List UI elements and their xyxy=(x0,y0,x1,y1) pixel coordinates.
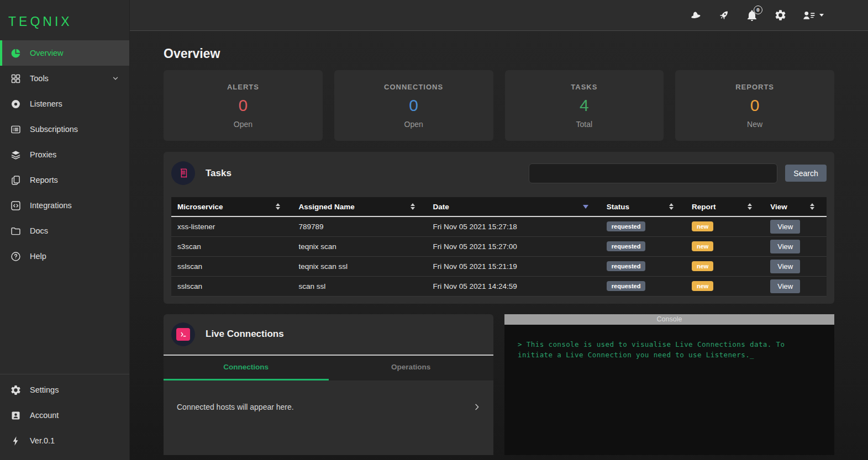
version-label: Ver.0.1 xyxy=(30,436,55,445)
live-connections-tabs: Connections Operations xyxy=(164,356,493,380)
stat-card-reports[interactable]: REPORTS 0 New xyxy=(675,70,834,141)
lightning-bolt-icon xyxy=(10,435,22,447)
tasks-panel-header: Tasks Search xyxy=(171,161,827,185)
stat-sublabel: Open xyxy=(404,120,423,129)
live-connections-header: Live Connections xyxy=(164,314,493,356)
sidebar-item-reports[interactable]: Reports xyxy=(0,167,129,193)
sort-icon[interactable] xyxy=(411,203,415,210)
code-brackets-icon xyxy=(10,200,22,212)
sort-icon[interactable] xyxy=(276,203,280,210)
stat-cards: ALERTS 0 Open CONNECTIONS 0 Open TASKS 4… xyxy=(164,70,834,141)
column-header-status[interactable]: Status xyxy=(601,197,686,216)
view-button[interactable]: View xyxy=(770,279,800,293)
sidebar-item-label: Tools xyxy=(30,74,49,83)
sidebar-item-account[interactable]: Account xyxy=(0,403,129,428)
stat-label: REPORTS xyxy=(735,83,774,91)
stat-label: ALERTS xyxy=(227,83,259,91)
stat-card-connections[interactable]: CONNECTIONS 0 Open xyxy=(334,70,493,141)
sidebar-item-listeners[interactable]: Listeners xyxy=(0,91,129,117)
column-header-microservice[interactable]: Microservice xyxy=(171,197,292,216)
stat-value: 0 xyxy=(239,96,248,115)
live-connections-title: Live Connections xyxy=(206,329,284,340)
table-row: xss-listener 789789 Fri Nov 05 2021 15:2… xyxy=(171,216,827,236)
cell-date: Fri Nov 05 2021 15:27:18 xyxy=(427,216,601,236)
connected-hosts-empty-row[interactable]: Connected hosts will appear here. xyxy=(164,380,493,411)
stat-sublabel: Total xyxy=(576,120,593,129)
sidebar-item-tools[interactable]: Tools xyxy=(0,66,129,91)
hat-icon[interactable] xyxy=(689,9,702,22)
sidebar-item-help[interactable]: Help xyxy=(0,244,129,269)
report-badge: new xyxy=(692,281,713,291)
table-row: sslscan teqnix scan ssl Fri Nov 05 2021 … xyxy=(171,256,827,276)
console-output: > This console is used to visualise Live… xyxy=(504,325,834,455)
column-header-view[interactable]: View xyxy=(764,197,827,216)
table-row: sslscan scan ssl Fri Nov 05 2021 14:24:5… xyxy=(171,276,827,296)
report-badge: new xyxy=(692,221,713,231)
search-button[interactable]: Search xyxy=(785,165,827,182)
chevron-right-icon xyxy=(472,403,481,411)
view-button[interactable]: View xyxy=(770,260,800,273)
status-badge: requested xyxy=(607,281,646,291)
empty-message: Connected hosts will appear here. xyxy=(177,403,294,411)
column-header-date[interactable]: Date xyxy=(427,197,601,216)
column-header-assigned-name[interactable]: Assigned Name xyxy=(292,197,427,216)
cell-date: Fri Nov 05 2021 15:27:00 xyxy=(427,236,601,256)
view-button[interactable]: View xyxy=(770,220,800,234)
cell-microservice: s3scan xyxy=(171,236,292,256)
tasks-search-input[interactable] xyxy=(529,163,777,183)
rocket-icon[interactable] xyxy=(717,9,730,22)
sort-desc-icon[interactable] xyxy=(583,205,588,209)
status-badge: requested xyxy=(607,261,646,271)
console-titlebar: Console xyxy=(504,314,834,325)
pages-icon xyxy=(10,175,22,186)
status-badge: requested xyxy=(607,241,646,251)
sort-icon[interactable] xyxy=(748,203,752,210)
cell-microservice: sslscan xyxy=(171,256,292,276)
sidebar-item-label: Help xyxy=(30,252,46,261)
gear-icon[interactable] xyxy=(774,9,787,22)
sort-icon[interactable] xyxy=(669,203,674,210)
sidebar-item-label: Settings xyxy=(30,385,59,394)
status-badge: requested xyxy=(607,221,646,231)
caret-down-icon xyxy=(819,14,824,17)
sidebar-item-integrations[interactable]: Integrations xyxy=(0,193,129,218)
list-box-icon xyxy=(10,124,22,135)
sidebar-item-version: Ver.0.1 xyxy=(0,428,129,453)
notifications-bell-icon[interactable]: 0 xyxy=(745,9,759,22)
stat-value: 0 xyxy=(409,96,418,115)
column-header-report[interactable]: Report xyxy=(686,197,764,216)
sidebar-item-docs[interactable]: Docs xyxy=(0,218,129,244)
live-connections-panel: Live Connections Connections Operations … xyxy=(164,314,493,455)
sidebar-item-overview[interactable]: Overview xyxy=(0,40,129,66)
sidebar-item-label: Proxies xyxy=(30,150,56,159)
sidebar-item-settings[interactable]: Settings xyxy=(0,377,129,403)
report-badge: new xyxy=(692,241,713,251)
user-menu-icon[interactable] xyxy=(802,9,824,22)
sidebar-item-proxies[interactable]: Proxies xyxy=(0,142,129,167)
cell-date: Fri Nov 05 2021 15:21:19 xyxy=(427,256,601,276)
sidebar-item-label: Account xyxy=(30,411,59,420)
sidebar-footer: Settings Account Ver.0.1 xyxy=(0,374,129,460)
main-content: Overview ALERTS 0 Open CONNECTIONS 0 Ope… xyxy=(130,31,868,460)
sidebar: TEQNIX Overview Tools Listeners xyxy=(0,0,130,460)
sidebar-item-subscriptions[interactable]: Subscriptions xyxy=(0,117,129,142)
stat-label: CONNECTIONS xyxy=(384,83,443,91)
sidebar-item-label: Overview xyxy=(30,49,63,57)
live-connections-body: Connected hosts will appear here. xyxy=(164,380,493,455)
gear-icon xyxy=(10,384,22,396)
view-button[interactable]: View xyxy=(770,240,800,253)
cell-assigned-name: teqnix scan xyxy=(292,236,427,256)
tab-operations[interactable]: Operations xyxy=(329,356,494,380)
sidebar-nav: Overview Tools Listeners Subscriptions xyxy=(0,40,129,269)
stat-card-alerts[interactable]: ALERTS 0 Open xyxy=(164,70,323,141)
layers-icon xyxy=(10,149,22,161)
tab-connections[interactable]: Connections xyxy=(164,356,329,380)
sidebar-item-label: Reports xyxy=(30,176,58,184)
sort-icon[interactable] xyxy=(810,203,814,210)
stat-label: TASKS xyxy=(571,83,597,91)
stat-sublabel: New xyxy=(747,120,762,129)
stat-value: 0 xyxy=(750,96,760,115)
chevron-down-icon xyxy=(112,75,119,82)
stat-card-tasks[interactable]: TASKS 4 Total xyxy=(505,70,664,141)
sidebar-item-label: Integrations xyxy=(30,201,72,210)
